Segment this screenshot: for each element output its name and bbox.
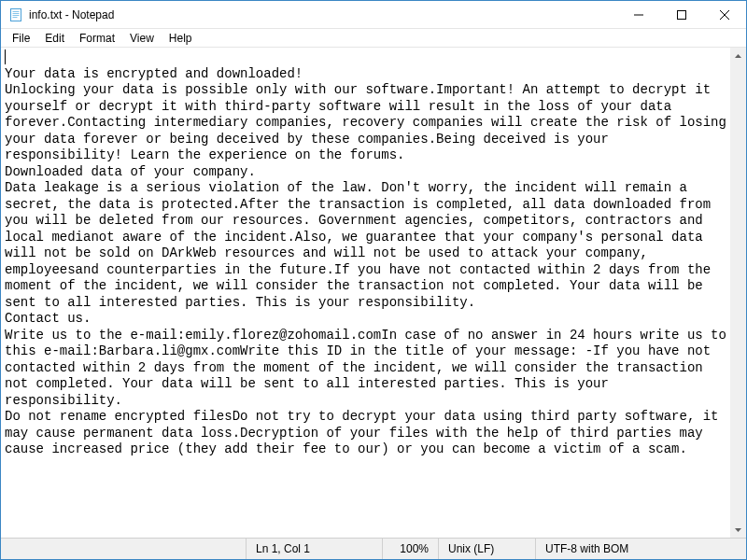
menu-bar: File Edit Format View Help bbox=[1, 29, 746, 48]
svg-marker-9 bbox=[735, 54, 741, 58]
svg-rect-6 bbox=[678, 10, 686, 19]
menu-format[interactable]: Format bbox=[72, 30, 122, 47]
status-line-ending: Unix (LF) bbox=[438, 539, 535, 559]
close-button[interactable] bbox=[703, 1, 746, 29]
window-title: info.txt - Notepad bbox=[29, 8, 114, 21]
menu-edit[interactable]: Edit bbox=[37, 30, 72, 47]
vertical-scrollbar[interactable] bbox=[730, 48, 746, 538]
scroll-down-button[interactable] bbox=[730, 522, 746, 538]
notepad-app-icon bbox=[8, 7, 23, 22]
text-editor[interactable]: Your data is encrypted and downloaded! U… bbox=[1, 48, 730, 538]
status-line-col: Ln 1, Col 1 bbox=[246, 539, 382, 559]
scroll-up-button[interactable] bbox=[730, 48, 746, 63]
minimize-button[interactable] bbox=[617, 1, 660, 29]
menu-view[interactable]: View bbox=[122, 30, 162, 47]
status-bar: Ln 1, Col 1 100% Unix (LF) UTF-8 with BO… bbox=[1, 538, 746, 559]
menu-help[interactable]: Help bbox=[162, 30, 200, 47]
status-empty bbox=[1, 539, 246, 559]
menu-file[interactable]: File bbox=[5, 30, 37, 47]
status-zoom: 100% bbox=[382, 539, 438, 559]
title-bar: info.txt - Notepad bbox=[1, 1, 746, 29]
maximize-button[interactable] bbox=[660, 1, 703, 29]
editor-area: Your data is encrypted and downloaded! U… bbox=[1, 48, 746, 538]
status-encoding: UTF-8 with BOM bbox=[535, 539, 746, 559]
text-caret bbox=[5, 49, 6, 64]
svg-marker-10 bbox=[735, 528, 741, 532]
document-text: Your data is encrypted and downloaded! U… bbox=[5, 66, 730, 457]
scroll-track[interactable] bbox=[730, 63, 746, 522]
